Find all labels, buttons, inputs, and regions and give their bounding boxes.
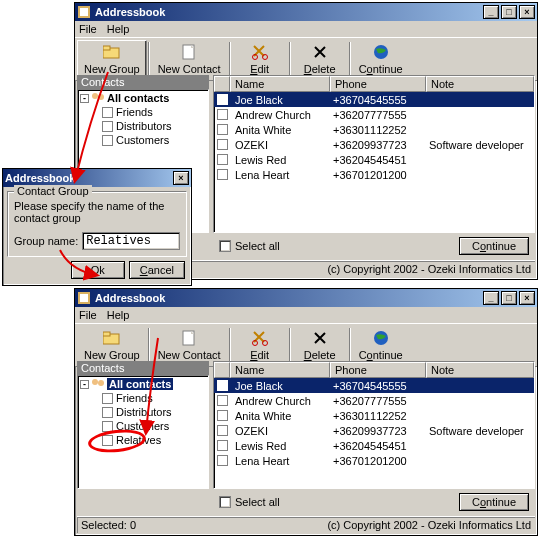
select-all-label: Select all: [235, 240, 280, 252]
tree-item[interactable]: Customers: [102, 420, 206, 432]
checkbox-icon[interactable]: [102, 135, 113, 146]
row-checkbox[interactable]: [217, 169, 228, 180]
list-row[interactable]: OZEKI+36209937723Software developer: [214, 423, 534, 438]
row-checkbox[interactable]: [217, 139, 228, 150]
tree-item[interactable]: Friends: [102, 106, 206, 118]
checkbox-icon[interactable]: [102, 107, 113, 118]
tree-item[interactable]: Distributors: [102, 406, 206, 418]
menu-file[interactable]: File: [79, 23, 97, 35]
list-row[interactable]: Lena Heart+36701201200: [214, 167, 534, 182]
list-row[interactable]: Lewis Red+36204545451: [214, 438, 534, 453]
col-note[interactable]: Note: [426, 76, 534, 92]
col-name[interactable]: Name: [230, 76, 330, 92]
checkbox-icon[interactable]: [102, 407, 113, 418]
new-contact-button[interactable]: New Contact: [151, 40, 228, 78]
list-row[interactable]: OZEKI+36209937723Software developer: [214, 137, 534, 152]
document-new-icon: [179, 329, 199, 347]
dialog-close-button[interactable]: ×: [173, 171, 189, 185]
tree-toggle-icon[interactable]: -: [80, 380, 89, 389]
close-button[interactable]: ×: [519, 291, 535, 305]
edit-button[interactable]: Edit: [232, 40, 288, 78]
row-checkbox[interactable]: [217, 94, 228, 105]
continue-bottom-button[interactable]: Continue: [459, 237, 529, 255]
contacts-list[interactable]: Name Phone Note Joe Black+36704545555 An…: [213, 361, 535, 489]
new-contact-button[interactable]: New Contact: [151, 326, 228, 364]
checkbox-icon[interactable]: [219, 496, 231, 508]
tree-item[interactable]: Distributors: [102, 120, 206, 132]
list-row[interactable]: Andrew Church+36207777555: [214, 107, 534, 122]
menu-file[interactable]: File: [79, 309, 97, 321]
row-checkbox[interactable]: [217, 425, 228, 436]
minimize-button[interactable]: _: [483, 291, 499, 305]
cell-phone: +36704545555: [329, 380, 425, 392]
delete-button[interactable]: Delete: [292, 40, 348, 78]
col-checkbox[interactable]: [214, 362, 230, 378]
tree-item-label: Distributors: [116, 120, 172, 132]
group-name-input[interactable]: Relatives: [82, 232, 180, 250]
tree-root[interactable]: - All contacts: [80, 92, 206, 104]
tree-item[interactable]: Friends: [102, 392, 206, 404]
tree-root[interactable]: - All contacts: [80, 378, 206, 390]
list-row[interactable]: Andrew Church+36207777555: [214, 393, 534, 408]
checkbox-icon[interactable]: [102, 435, 113, 446]
titlebar[interactable]: Addressbook _ □ ×: [75, 289, 537, 307]
tree-item[interactable]: Customers: [102, 134, 206, 146]
col-phone[interactable]: Phone: [330, 76, 426, 92]
list-row[interactable]: Joe Black+36704545555: [214, 92, 534, 107]
checkbox-icon[interactable]: [102, 121, 113, 132]
new-group-button[interactable]: New Group: [77, 40, 147, 78]
contacts-tree[interactable]: - All contacts Friends Distributors Cust…: [77, 375, 209, 489]
titlebar[interactable]: Addressbook _ □ ×: [75, 3, 537, 21]
edit-button[interactable]: Edit: [232, 326, 288, 364]
cell-phone: +36301112252: [329, 124, 425, 136]
cell-phone: +36207777555: [329, 109, 425, 121]
toolbar-label: Continue: [359, 349, 403, 361]
close-button[interactable]: ×: [519, 5, 535, 19]
row-checkbox[interactable]: [217, 440, 228, 451]
col-note[interactable]: Note: [426, 362, 534, 378]
row-checkbox[interactable]: [217, 380, 228, 391]
row-checkbox[interactable]: [217, 455, 228, 466]
svg-point-19: [98, 380, 104, 386]
col-phone[interactable]: Phone: [330, 362, 426, 378]
row-checkbox[interactable]: [217, 395, 228, 406]
dialog-prompt: Please specify the name of the contact g…: [14, 200, 180, 224]
checkbox-icon[interactable]: [219, 240, 231, 252]
minimize-button[interactable]: _: [483, 5, 499, 19]
list-row[interactable]: Joe Black+36704545555: [214, 378, 534, 393]
row-checkbox[interactable]: [217, 109, 228, 120]
cell-name: Anita White: [231, 410, 329, 422]
contacts-list[interactable]: Name Phone Note Joe Black+36704545555 An…: [213, 75, 535, 233]
tree-item-relatives[interactable]: Relatives: [102, 434, 206, 446]
select-all-checkbox[interactable]: Select all: [219, 496, 280, 508]
menu-help[interactable]: Help: [107, 23, 130, 35]
cancel-button[interactable]: Cancel: [129, 261, 185, 279]
svg-rect-1: [80, 8, 88, 16]
tree-toggle-icon[interactable]: -: [80, 94, 89, 103]
ok-button[interactable]: Ok: [71, 261, 125, 279]
continue-bottom-button[interactable]: Continue: [459, 493, 529, 511]
list-row[interactable]: Anita White+36301112252: [214, 408, 534, 423]
contact-group-box: Contact Group Please specify the name of…: [7, 191, 187, 257]
tree-root-label: All contacts: [107, 92, 169, 104]
list-row[interactable]: Anita White+36301112252: [214, 122, 534, 137]
continue-button[interactable]: Continue: [352, 326, 410, 364]
row-checkbox[interactable]: [217, 154, 228, 165]
list-row[interactable]: Lena Heart+36701201200: [214, 453, 534, 468]
row-checkbox[interactable]: [217, 410, 228, 421]
select-all-checkbox[interactable]: Select all: [219, 240, 280, 252]
checkbox-icon[interactable]: [102, 421, 113, 432]
maximize-button[interactable]: □: [501, 5, 517, 19]
checkbox-icon[interactable]: [102, 393, 113, 404]
new-group-button[interactable]: New Group: [77, 326, 147, 364]
col-name[interactable]: Name: [230, 362, 330, 378]
row-checkbox[interactable]: [217, 124, 228, 135]
menu-help[interactable]: Help: [107, 309, 130, 321]
col-checkbox[interactable]: [214, 76, 230, 92]
delete-button[interactable]: Delete: [292, 326, 348, 364]
list-row[interactable]: Lewis Red+36204545451: [214, 152, 534, 167]
continue-button[interactable]: Continue: [352, 40, 410, 78]
cell-name: OZEKI: [231, 139, 329, 151]
maximize-button[interactable]: □: [501, 291, 517, 305]
window-title: Addressbook: [95, 6, 483, 18]
